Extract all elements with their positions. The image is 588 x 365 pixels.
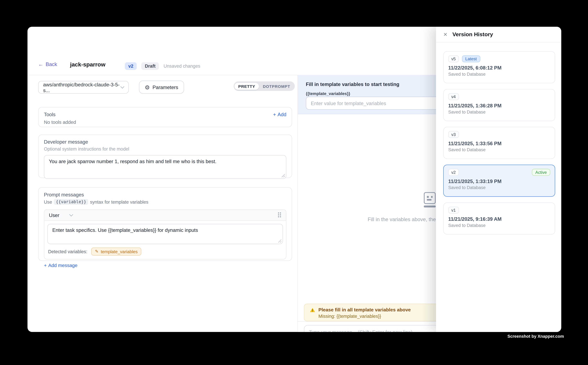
add-message-label: Add message — [48, 263, 77, 268]
pencil-icon: ✎ — [95, 249, 98, 254]
version-timestamp: 11/21/2025, 9:16:39 AM — [448, 216, 550, 222]
developer-message-subtitle: Optional system instructions for the mod… — [44, 146, 286, 152]
watermark: Screenshot by Xnapper.com — [433, 334, 564, 338]
prompt-messages-title: Prompt messages — [44, 192, 286, 197]
back-label: Back — [46, 62, 57, 67]
unsaved-changes-label: Unsaved changes — [164, 63, 200, 69]
add-tool-button[interactable]: + Add — [273, 112, 286, 117]
gear-icon: ⚙ — [145, 84, 150, 90]
hint-prefix: Use — [44, 199, 52, 204]
prompt-message-block: User Enter task specifics. Use {{templat… — [44, 209, 286, 259]
robot-icon — [423, 192, 436, 207]
back-arrow-icon: ← — [38, 62, 43, 67]
version-card-v1[interactable]: v1 11/21/2025, 9:16:39 AM Saved to Datab… — [443, 203, 555, 234]
role-selector[interactable]: User — [49, 212, 73, 218]
resize-handle-icon[interactable] — [278, 239, 281, 243]
detected-variables-row: Detected variables: ✎ template_variables — [44, 247, 286, 259]
detected-variables-label: Detected variables: — [48, 249, 87, 254]
resize-handle-icon[interactable] — [281, 174, 285, 177]
model-selector[interactable]: aws/anthropic/bedrock-claude-3-5-s... — [38, 81, 129, 94]
draft-badge: Draft — [141, 62, 159, 70]
prompt-message-textarea[interactable]: Enter task specifics. Use {{template_var… — [47, 224, 283, 244]
version-card-v2-active[interactable]: v2 Active 11/21/2025, 1:33:19 PM Saved t… — [443, 165, 555, 197]
header-badges: v2 Draft Unsaved changes — [125, 62, 200, 70]
version-timestamp: 11/21/2025, 1:33:19 PM — [448, 178, 550, 184]
developer-message-title: Developer message — [44, 139, 286, 145]
warning-title: Please fill in all template variables ab… — [318, 307, 411, 312]
stage: ← Back jack-sparrow v2 Draft Unsaved cha… — [0, 0, 588, 365]
version-history-panel: ✕ Version History v5 Latest 11/22/2025, … — [436, 27, 561, 332]
version-saved-label: Saved to Database — [448, 185, 550, 190]
developer-message-card: Developer message Optional system instru… — [38, 134, 292, 178]
detected-variable-name: template_variables — [101, 249, 138, 254]
detected-variable-chip[interactable]: ✎ template_variables — [91, 247, 141, 255]
version-timestamp: 11/21/2025, 1:36:28 PM — [448, 103, 550, 109]
version-number-badge: v4 — [448, 93, 459, 100]
version-card-v3[interactable]: v3 11/21/2025, 1:33:56 PM Saved to Datab… — [443, 127, 555, 159]
version-number-badge: v2 — [448, 169, 459, 176]
variable-syntax-chip: {{variable}} — [54, 199, 88, 205]
latest-badge: Latest — [462, 55, 480, 62]
toggle-pretty[interactable]: PRETTY — [234, 83, 259, 90]
version-list: v5 Latest 11/22/2025, 6:08:12 PM Saved t… — [436, 42, 561, 234]
role-value: User — [49, 212, 59, 218]
warning-icon — [310, 307, 315, 312]
version-badge: v2 — [125, 62, 137, 70]
add-tool-label: Add — [277, 112, 286, 117]
plus-icon: + — [273, 112, 276, 117]
model-selector-value: aws/anthropic/bedrock-claude-3-5-s... — [43, 82, 121, 93]
tools-empty-text: No tools added — [44, 119, 286, 125]
version-saved-label: Saved to Database — [448, 72, 550, 76]
version-saved-label: Saved to Database — [448, 147, 550, 152]
add-message-button[interactable]: + Add message — [44, 263, 286, 268]
version-timestamp: 11/22/2025, 6:08:12 PM — [448, 65, 550, 71]
fill-variables-title: Fill in template variables to start test… — [306, 81, 399, 87]
version-timestamp: 11/21/2025, 1:33:56 PM — [448, 140, 550, 146]
hint-suffix: syntax for template variables — [90, 199, 148, 204]
version-saved-label: Saved to Database — [448, 223, 550, 228]
version-card-v5[interactable]: v5 Latest 11/22/2025, 6:08:12 PM Saved t… — [443, 51, 555, 83]
view-mode-toggle: PRETTY DOTPROMPT — [234, 81, 295, 91]
tools-title: Tools — [44, 112, 55, 117]
chat-message-placeholder: Type your message... (Shift+Enter for ne… — [309, 329, 412, 332]
version-saved-label: Saved to Database — [448, 110, 550, 114]
version-history-header: ✕ Version History — [436, 27, 561, 42]
toggle-dotprompt[interactable]: DOTPROMPT — [259, 83, 294, 90]
plus-icon: + — [44, 263, 47, 268]
version-number-badge: v1 — [448, 207, 459, 213]
parameters-button[interactable]: ⚙ Parameters — [139, 81, 184, 94]
template-syntax-hint: Use {{variable}} syntax for template var… — [44, 199, 286, 205]
prompt-message-value: Enter task specifics. Use {{template_var… — [52, 227, 198, 233]
version-number-badge: v3 — [448, 131, 459, 138]
version-card-v4[interactable]: v4 11/21/2025, 1:36:28 PM Saved to Datab… — [443, 89, 555, 121]
active-badge: Active — [532, 169, 550, 176]
back-button[interactable]: ← Back — [38, 62, 57, 67]
version-number-badge: v5 — [448, 55, 459, 62]
chevron-down-icon — [69, 212, 73, 216]
developer-message-textarea[interactable]: You are jack sparrow number 1, respond a… — [44, 155, 286, 179]
close-icon[interactable]: ✕ — [443, 32, 447, 37]
template-variable-label: {{template_variables}} — [306, 91, 350, 96]
parameters-label: Parameters — [152, 84, 178, 90]
tools-card: Tools + Add No tools added — [38, 107, 292, 127]
developer-message-value: You are jack sparrow number 1, respond a… — [49, 159, 216, 164]
template-variable-placeholder: Enter value for template_variables — [311, 100, 386, 106]
prompt-messages-card: Prompt messages Use {{variable}} syntax … — [38, 187, 292, 261]
page-title: jack-sparrow — [70, 61, 105, 68]
drag-handle-icon[interactable] — [278, 212, 281, 218]
message-role-header: User — [44, 210, 286, 221]
version-history-title: Version History — [452, 31, 493, 37]
